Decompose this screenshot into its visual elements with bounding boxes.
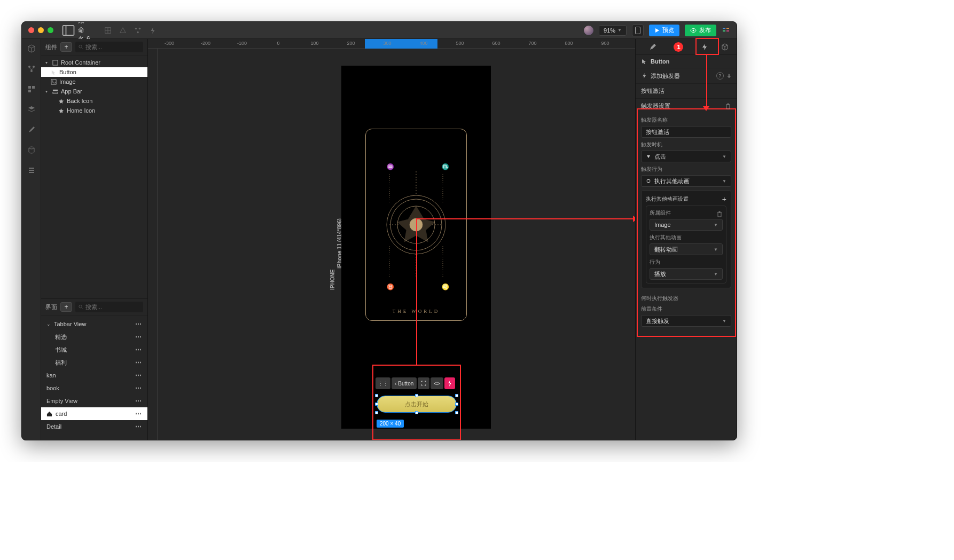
zoom-selector[interactable]: 91% ▼ xyxy=(599,25,627,36)
page-card[interactable]: card ⋯ xyxy=(41,407,147,420)
image-icon xyxy=(51,79,57,85)
page-detail[interactable]: Detail⋯ xyxy=(41,420,147,433)
close-window[interactable] xyxy=(28,27,34,33)
page-menu-icon[interactable]: ⋯ xyxy=(135,410,142,417)
page-tab-3[interactable]: 福利⋯ xyxy=(41,356,147,369)
delete-icon[interactable] xyxy=(725,103,731,109)
ruler-tick: -100 xyxy=(237,41,247,46)
user-avatar[interactable] xyxy=(584,26,593,35)
cube-tab[interactable] xyxy=(717,39,732,55)
delete-exec-icon[interactable] xyxy=(716,211,723,217)
grid-icon[interactable] xyxy=(104,27,112,34)
tree-image[interactable]: Image xyxy=(41,77,147,86)
component-name-row: Button xyxy=(636,55,737,68)
page-search-input[interactable] xyxy=(85,304,140,310)
add-trigger-button[interactable]: + xyxy=(727,72,731,80)
page-search[interactable] xyxy=(75,302,143,312)
svg-line-33 xyxy=(82,308,83,309)
page-menu-icon[interactable]: ⋯ xyxy=(135,372,142,379)
device-preview-btn[interactable] xyxy=(632,25,644,36)
svg-point-32 xyxy=(79,305,82,307)
settings-icon[interactable] xyxy=(722,26,730,35)
page-menu-icon[interactable]: ⋯ xyxy=(135,397,142,405)
ruler-tick: -300 xyxy=(165,41,174,46)
svg-rect-11 xyxy=(723,28,725,29)
canvas-button-element[interactable]: 点击开始 xyxy=(377,396,457,413)
bolt-icon xyxy=(641,73,647,79)
ruler-tick: 800 xyxy=(565,41,573,46)
search-icon xyxy=(79,44,83,50)
page-menu-icon[interactable]: ⋯ xyxy=(135,384,142,392)
add-page-button[interactable]: + xyxy=(60,302,72,312)
components-header: 组件 + xyxy=(41,39,147,56)
brush-icon[interactable] xyxy=(27,125,36,134)
minimize-window[interactable] xyxy=(38,27,44,33)
component-search-input[interactable] xyxy=(85,44,140,50)
cube-icon[interactable] xyxy=(27,44,36,53)
drag-handle[interactable]: ⋮⋮ xyxy=(376,377,390,389)
tree-home-icon[interactable]: Home Icon xyxy=(41,106,147,115)
tree-appbar[interactable]: ▾ App Bar xyxy=(41,86,147,96)
element-name-chip[interactable]: ‹Button xyxy=(392,377,417,389)
page-book[interactable]: book⋯ xyxy=(41,382,147,395)
trigger-tab-row[interactable]: 按钮激活 xyxy=(636,84,737,99)
page-empty[interactable]: Empty View⋯ xyxy=(41,395,147,407)
svg-point-25 xyxy=(79,45,82,48)
bolt-icon[interactable] xyxy=(149,27,157,34)
left-panel: 组件 + ▾ Root Container Button xyxy=(41,39,148,440)
maximize-window[interactable] xyxy=(48,27,53,33)
svg-point-29 xyxy=(52,80,53,81)
titlebar-right: 91% ▼ 预览 发布 xyxy=(584,25,730,36)
component-search[interactable] xyxy=(75,42,143,52)
middle-tab[interactable]: 1 xyxy=(666,39,691,55)
triangle-icon[interactable] xyxy=(119,27,127,34)
svg-point-21 xyxy=(29,147,34,149)
window-controls xyxy=(28,27,53,33)
layers-icon[interactable] xyxy=(27,105,36,114)
page-menu-icon[interactable]: ⋯ xyxy=(135,320,142,328)
preview-button[interactable]: 预览 xyxy=(649,25,679,36)
code-chip[interactable]: <> xyxy=(431,377,443,389)
svg-rect-18 xyxy=(28,86,31,89)
eye-icon xyxy=(690,28,697,33)
anno-arrow-down xyxy=(706,55,707,107)
help-icon[interactable]: ? xyxy=(716,72,724,80)
add-component-button[interactable]: + xyxy=(60,42,72,52)
tree-button[interactable]: Button xyxy=(41,67,147,77)
data-icon[interactable] xyxy=(27,146,36,154)
svg-rect-14 xyxy=(726,30,729,31)
anno-box-settings xyxy=(637,108,736,337)
trigger-chip[interactable] xyxy=(444,377,455,389)
pages-label: 界面 xyxy=(45,303,57,311)
page-kan[interactable]: kan⋯ xyxy=(41,369,147,382)
ruler-tick: 400 xyxy=(419,41,427,46)
ruler-horizontal: -300-200-1000100200300400500600700800900 xyxy=(148,39,635,49)
screens-icon[interactable] xyxy=(27,85,36,93)
sidebar-toggle-icon[interactable] xyxy=(62,24,75,37)
tree-root-container[interactable]: ▾ Root Container xyxy=(41,58,147,67)
nodes-icon[interactable] xyxy=(134,27,142,34)
element-toolbar: ⋮⋮ ‹Button <> xyxy=(376,377,455,389)
svg-point-10 xyxy=(693,29,694,31)
design-tab[interactable] xyxy=(640,39,666,55)
page-tabbar[interactable]: ⌄Tabbar View ⋯ xyxy=(41,318,147,330)
pointer-icon xyxy=(51,69,57,75)
page-menu-icon[interactable]: ⋯ xyxy=(135,333,142,341)
preview-label: 预览 xyxy=(662,26,674,34)
flow-icon[interactable] xyxy=(27,65,36,73)
page-menu-icon[interactable]: ⋯ xyxy=(135,359,142,366)
page-tab-2[interactable]: 书城⋯ xyxy=(41,343,147,356)
svg-rect-8 xyxy=(636,27,640,34)
page-tab-1[interactable]: 精选⋯ xyxy=(41,330,147,343)
phone-icon xyxy=(635,27,640,34)
publish-button[interactable]: 发布 xyxy=(685,25,716,36)
tree-back-icon[interactable]: Back Icon xyxy=(41,96,147,106)
page-menu-icon[interactable]: ⋯ xyxy=(135,423,142,430)
page-menu-icon[interactable]: ⋯ xyxy=(135,346,142,353)
pages-header: 界面 + xyxy=(41,299,147,316)
list-icon[interactable] xyxy=(27,166,36,175)
canvas[interactable]: -300-200-1000100200300400500600700800900… xyxy=(148,39,635,440)
svg-rect-0 xyxy=(63,26,74,35)
layer-tree: ▾ Root Container Button Image ▾ App Bar xyxy=(41,56,147,117)
fullscreen-chip[interactable] xyxy=(418,377,429,389)
